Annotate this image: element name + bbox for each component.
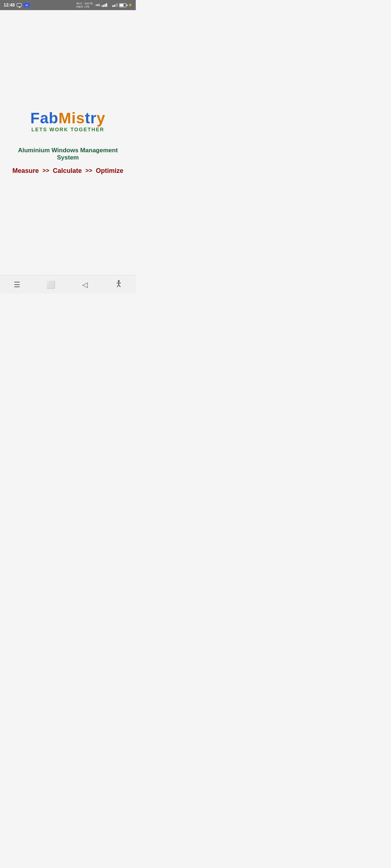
logo-char-a: a bbox=[40, 110, 49, 127]
battery-indicator: ⚡ bbox=[119, 3, 132, 7]
nav-accessibility-button[interactable] bbox=[111, 277, 127, 293]
signal-bar-s1 bbox=[112, 5, 113, 7]
logo-char-r: r bbox=[90, 110, 96, 127]
signal-bar-4 bbox=[106, 3, 107, 7]
time-display: 12:48 bbox=[4, 3, 15, 8]
status-left: 12:48 ∞ bbox=[4, 3, 30, 8]
connection-type: ↑4G bbox=[94, 3, 100, 7]
battery-body bbox=[119, 3, 126, 7]
arrow-1: >> bbox=[42, 167, 49, 174]
logo-char-i: i bbox=[71, 110, 76, 127]
nav-home-button[interactable]: ⬜ bbox=[43, 277, 59, 293]
logo-char-s: s bbox=[76, 110, 85, 127]
svg-point-0 bbox=[118, 280, 120, 282]
signal-bar-s4 bbox=[117, 3, 118, 7]
nav-menu-button[interactable]: ☰ bbox=[9, 277, 25, 293]
arrow-2: >> bbox=[85, 167, 92, 174]
logo-char-f: F bbox=[30, 110, 40, 127]
signal-bar-3 bbox=[105, 4, 106, 7]
infinity-icon: ∞ bbox=[24, 3, 30, 7]
workflow-steps: Measure >> Calculate >> Optimize bbox=[12, 167, 123, 175]
bottom-nav: ☰ ⬜ ◁ bbox=[0, 275, 136, 294]
battery-bolt: ⚡ bbox=[128, 3, 132, 7]
step-measure[interactable]: Measure bbox=[12, 167, 39, 175]
nav-back-button[interactable]: ◁ bbox=[77, 277, 93, 293]
logo-char-y: y bbox=[97, 110, 105, 127]
app-title: Aluminium Windows Management System bbox=[7, 147, 129, 161]
signal-bar-1 bbox=[102, 5, 103, 7]
back-icon: ◁ bbox=[82, 280, 88, 289]
signal-bars bbox=[102, 3, 107, 7]
accessibility-icon bbox=[115, 280, 123, 289]
logo-char-m: M bbox=[58, 110, 71, 127]
status-right: 90.0KB/S VoLTELTE ↑4G ⚡ bbox=[76, 2, 132, 8]
network-type: VoLTELTE bbox=[84, 2, 93, 8]
signal-bar-s2 bbox=[114, 5, 115, 7]
signal-bar-2 bbox=[103, 5, 104, 7]
logo-text: FabMistry bbox=[30, 111, 105, 126]
battery-tip bbox=[127, 4, 127, 6]
menu-icon: ☰ bbox=[14, 280, 20, 289]
logo-tagline: Lets work together bbox=[31, 127, 104, 132]
logo-char-b: b bbox=[49, 110, 59, 127]
main-content: FabMistry Lets work together Aluminium W… bbox=[0, 10, 136, 275]
logo-container: FabMistry Lets work together bbox=[30, 111, 105, 132]
signal-bar-s3 bbox=[115, 4, 116, 7]
home-icon: ⬜ bbox=[46, 280, 55, 289]
battery-fill bbox=[120, 4, 123, 7]
status-bar: 12:48 ∞ 90.0KB/S VoLTELTE ↑4G ⚡ bbox=[0, 0, 136, 10]
logo-char-t: t bbox=[85, 110, 90, 127]
step-optimize[interactable]: Optimize bbox=[96, 167, 123, 175]
svg-line-4 bbox=[119, 285, 120, 287]
signal-bars-2 bbox=[112, 3, 118, 7]
message-icon bbox=[17, 3, 22, 7]
step-calculate[interactable]: Calculate bbox=[53, 167, 82, 175]
network-speed: 90.0KB/S bbox=[76, 2, 83, 8]
